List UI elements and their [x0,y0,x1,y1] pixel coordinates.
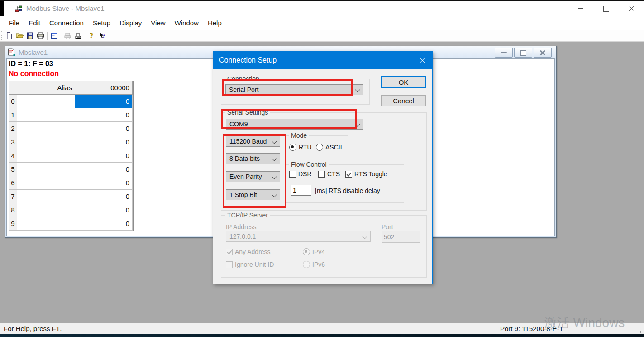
toolbar-drag-handle[interactable] [1,31,4,40]
data-bits-combobox[interactable]: 8 Data bits [226,153,280,164]
value-cell[interactable]: 0 [75,108,133,122]
baud-rate-combobox[interactable]: 115200 Baud [226,136,280,147]
menu-item[interactable]: Connection [45,16,88,30]
mode-ascii-option[interactable]: ASCII [316,144,342,151]
dsr-label: DSR [298,170,312,178]
dsr-checkbox[interactable] [289,171,296,178]
value-cell[interactable]: 0 [75,176,133,190]
alias-cell[interactable] [17,149,75,163]
value-cell[interactable]: 0 [75,217,133,231]
open-file-button[interactable] [14,31,25,41]
dsr-option[interactable]: DSR [289,170,312,178]
value-cell[interactable]: 0 [75,95,133,108]
table-row: 8 0 [9,203,133,217]
row-header-cell[interactable]: 8 [9,203,17,217]
rts-toggle-option[interactable]: RTS Toggle [345,170,387,178]
value-cell[interactable]: 0 [75,135,133,149]
alias-cell[interactable] [17,176,75,190]
alias-cell[interactable] [17,108,75,122]
menu-item[interactable]: Window [170,16,203,30]
child-close-icon [539,50,546,55]
alias-cell[interactable] [17,203,75,217]
close-icon [628,5,634,12]
grid-corner-cell[interactable] [9,81,17,95]
table-row: 0 0 [9,95,133,108]
row-header-cell[interactable]: 1 [9,108,17,122]
alias-cell[interactable] [17,95,75,108]
row-header-cell[interactable]: 0 [9,95,17,108]
chevron-down-icon [272,139,277,144]
alias-cell[interactable] [17,217,75,231]
resize-grip[interactable] [637,331,638,332]
menu-item[interactable]: Help [203,16,226,30]
any-address-option: Any Address [226,248,271,255]
value-cell[interactable]: 0 [75,203,133,217]
value-cell[interactable]: 0 [75,190,133,203]
print-button[interactable] [35,31,46,41]
stop-bits-combobox[interactable]: 1 Stop Bit [226,189,280,200]
child-minimize-button[interactable] [495,48,513,58]
connection-status-line: No connection [9,70,59,78]
row-header-cell[interactable]: 7 [9,190,17,203]
dialog-close-icon [419,57,425,64]
parity-combobox[interactable]: Even Parity [226,171,280,182]
save-file-button[interactable] [25,31,35,41]
minimize-button[interactable] [568,1,593,16]
connection-type-combobox[interactable]: Serial Port [225,84,363,95]
close-button[interactable] [619,1,644,16]
row-header-cell[interactable]: 4 [9,149,17,163]
ignore-unit-id-checkbox [226,261,233,268]
child-restore-button[interactable] [514,48,532,58]
svg-text:?: ? [90,32,93,39]
alias-cell[interactable] [17,163,75,176]
alias-cell[interactable] [17,135,75,149]
help-button[interactable]: ? [86,31,97,41]
chevron-down-icon [355,121,360,126]
context-help-button[interactable]: ? [97,31,107,41]
ok-button[interactable]: OK [381,76,426,88]
chevron-down-icon [272,192,277,197]
value-column-header[interactable]: 00000 [75,81,133,95]
row-header-cell[interactable]: 5 [9,163,17,176]
menu-item[interactable]: File [4,16,24,30]
row-header-cell[interactable]: 2 [9,122,17,135]
grid-rows: 0 0 1 0 2 0 3 [9,95,133,231]
dialog-close-button[interactable] [411,52,432,69]
alias-column-header[interactable]: Alias [17,81,75,95]
row-header-cell[interactable]: 9 [9,217,17,231]
alias-cell[interactable] [17,190,75,203]
menu-item[interactable]: Display [115,16,146,30]
new-file-button[interactable] [4,31,14,41]
communication-traffic-button[interactable] [73,31,83,41]
value-cell[interactable]: 0 [75,122,133,135]
context-help-icon: ? [98,32,106,39]
menu-item[interactable]: Setup [88,16,115,30]
rtu-radio[interactable] [289,144,296,151]
ascii-label: ASCII [325,144,342,151]
cts-checkbox[interactable] [318,171,325,178]
row-header-cell[interactable]: 3 [9,135,17,149]
menu-item[interactable]: Edit [24,16,45,30]
child-close-button[interactable] [534,48,552,58]
serial-port-combobox[interactable]: COM9 [226,119,363,130]
status-port-section: Port 9: 115200-8-E-1 [496,323,644,334]
cancel-button[interactable]: Cancel [381,95,426,106]
display-definition-button[interactable] [49,31,59,41]
ascii-radio[interactable] [316,144,323,151]
rts-toggle-checkbox[interactable] [345,171,352,178]
flow-control-group-label: Flow Control [289,161,329,168]
row-header-cell[interactable]: 6 [9,176,17,190]
maximize-button[interactable] [593,1,619,16]
menu-item[interactable]: View [146,16,170,30]
poll-definition-button[interactable] [62,31,73,41]
value-cell[interactable]: 0 [75,149,133,163]
cts-option[interactable]: CTS [318,170,340,178]
status-port-text: Port 9: 115200-8-E-1 [500,323,563,334]
mode-rtu-option[interactable]: RTU [289,144,312,151]
rts-toggle-label: RTS Toggle [354,170,387,178]
tcp-ip-server-group-label: TCP/IP Server [225,212,270,219]
value-cell[interactable]: 0 [75,163,133,176]
alias-cell[interactable] [17,122,75,135]
ip-address-label: IP Address [226,223,256,231]
rts-delay-input[interactable] [291,185,311,196]
